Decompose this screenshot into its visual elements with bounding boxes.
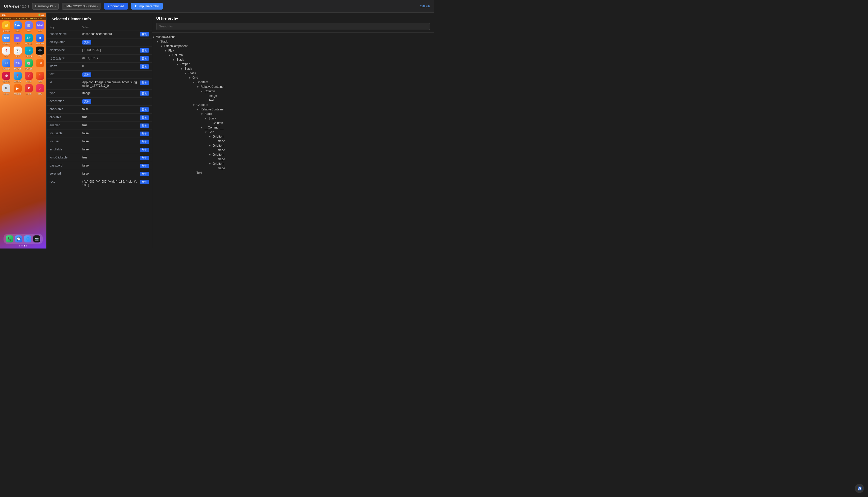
github-link[interactable]: GitHub	[420, 4, 430, 8]
hierarchy-search[interactable]	[156, 23, 430, 30]
copy-button[interactable]: 复制	[82, 40, 91, 44]
copy-button[interactable]: 复制	[140, 108, 149, 112]
tree-node[interactable]: ▼RelativeContainer	[152, 107, 434, 112]
tree-node[interactable]: ▼GridItem	[152, 80, 434, 85]
connected-button[interactable]: Connected	[104, 3, 128, 10]
tree-node[interactable]: ▼GridItem	[152, 134, 434, 139]
app-icon-smalltools[interactable]: 计算 小艺建议	[24, 46, 34, 58]
copy-button[interactable]: 复制	[140, 48, 149, 53]
app-icon-huawei[interactable]: 华 我的华为	[1, 72, 11, 83]
copy-button[interactable]: 复制	[140, 156, 149, 160]
app-icon-hvideo[interactable]: ▶ 华为视频	[13, 84, 23, 95]
tree-node[interactable]: ▼Stack	[152, 67, 434, 71]
tree-node[interactable]: ▼Column	[152, 53, 434, 57]
app-icon-music[interactable]: ♪ 音乐	[35, 84, 45, 95]
app-icon-calendar[interactable]: 4 日历	[1, 46, 11, 58]
copy-button[interactable]: 复制	[140, 164, 149, 168]
copy-button[interactable]: 复制	[140, 81, 149, 85]
hierarchy-tree: ▼WindowScene▼Stack▼EffectComponent▼Flex▼…	[152, 33, 434, 177]
info-value-text: true	[82, 124, 138, 127]
tree-node[interactable]: Image	[152, 94, 434, 98]
tree-node[interactable]: ▼GridItem	[152, 153, 434, 157]
tree-node[interactable]: ▼Stack	[152, 116, 434, 121]
tree-node-label: RelativeContainer	[200, 108, 224, 111]
tree-expand-arrow: ▼	[209, 144, 212, 147]
tree-node[interactable]: ▼Column	[152, 89, 434, 94]
dock-phone[interactable]: 📞	[6, 236, 13, 242]
tree-node[interactable]: ▼GridItem	[152, 143, 434, 148]
tree-node-label: Stack	[160, 40, 168, 43]
app-icon-reflex[interactable]: 反馈 反馈助手	[1, 34, 11, 45]
app-icon-beta[interactable]: Beta Beta	[13, 22, 23, 32]
app-icon-label2[interactable]: ⊞ label	[13, 34, 23, 45]
tree-node-label: GridItem	[212, 162, 224, 166]
tree-node[interactable]: ▼Grid	[152, 75, 434, 80]
tree-node[interactable]: ▼Stack	[152, 57, 434, 62]
copy-button[interactable]: 复制	[140, 180, 149, 184]
tree-node[interactable]: ▼Stack	[152, 71, 434, 75]
copy-button[interactable]: 复制	[82, 99, 91, 104]
copy-button[interactable]: 复制	[140, 115, 149, 120]
copy-button[interactable]: 复制	[140, 65, 149, 69]
app-icon-flower[interactable]: 🌸 花瓣轻游	[24, 59, 34, 70]
info-value-cell: (0.67, 0.27)复制	[79, 55, 152, 62]
tree-node[interactable]: ▼Swiper	[152, 62, 434, 67]
app-icon-files[interactable]: 📁 文件管理	[1, 22, 11, 32]
tree-node[interactable]: ▼RelativeContainer	[152, 85, 434, 89]
tree-node[interactable]: ▼EffectComponent	[152, 44, 434, 48]
app-icon-recorder[interactable]: 🎙 录音机	[1, 84, 11, 95]
dock-browser[interactable]: 🌐	[24, 236, 31, 242]
tree-node[interactable]: Image	[152, 166, 434, 171]
tree-node[interactable]: ▼Grid	[152, 130, 434, 134]
app-icon-clock[interactable]: 🕐 时钟	[13, 46, 23, 58]
tree-node[interactable]: ▼Stack	[152, 39, 434, 44]
copy-button[interactable]: 复制	[140, 140, 149, 144]
tree-node-label: Image	[216, 139, 225, 143]
tree-node[interactable]: Image	[152, 157, 434, 161]
copy-button[interactable]: 复制	[82, 72, 91, 77]
tree-node-label: Grid	[208, 130, 214, 134]
app-icon-blossom[interactable]: ✗ 小红书	[24, 72, 34, 83]
copy-button[interactable]: 复制	[140, 148, 149, 152]
tree-node[interactable]: Image	[152, 139, 434, 143]
os-dropdown[interactable]: HarmonyOS ▾	[32, 3, 59, 10]
tree-node[interactable]: ▼Stack	[152, 112, 434, 116]
app-icon-maps[interactable]: 📍 地图	[35, 72, 45, 83]
tree-node[interactable]: Text	[152, 98, 434, 103]
app-icon-suggest[interactable]: 小艺 小艺建议	[24, 34, 34, 45]
tree-expand-arrow: ▼	[209, 135, 212, 138]
app-icon-camera[interactable]: ⦿ 工具	[35, 46, 45, 58]
app-icon-betaclub[interactable]: B BetaClub	[35, 34, 45, 45]
tree-node[interactable]: ▼Flex	[152, 48, 434, 53]
info-value-text: { "x": 686, "y": 587, "width": 189, "hei…	[82, 180, 138, 187]
info-value-cell: true复制	[79, 154, 152, 162]
app-icon-mail[interactable]: ✉ 电子邮件	[1, 59, 11, 70]
app-icon-label[interactable]: label label	[35, 22, 45, 32]
app-icon-finddevice[interactable]: 📍 查找设备	[13, 72, 23, 83]
device-dropdown[interactable]: FMR0223C13000649 ▾	[62, 3, 101, 10]
tree-node[interactable]: Text	[152, 171, 434, 175]
tree-node-label: Image	[216, 148, 225, 152]
copy-button[interactable]: 复制	[140, 124, 149, 128]
app-icon-tools-big[interactable]: 工具	[35, 59, 45, 70]
dock-message[interactable]: 💬	[15, 236, 22, 242]
dump-hierarchy-button[interactable]: Dump Hierarchy	[131, 3, 163, 10]
copy-button[interactable]: 复制	[140, 172, 149, 176]
tree-node[interactable]: Column	[152, 121, 434, 125]
app-icon-apps[interactable]: ⊞ label	[24, 22, 34, 32]
copy-button[interactable]: 复制	[140, 56, 149, 61]
tree-node-label: GridItem	[196, 81, 208, 84]
tree-node[interactable]: ▼__Common__	[152, 125, 434, 130]
tree-expand-arrow: ▼	[209, 153, 212, 156]
tree-node[interactable]: ▼GridItem	[152, 161, 434, 166]
info-key: checkable	[46, 105, 79, 114]
tree-node[interactable]: ▼WindowScene	[152, 35, 434, 39]
app-icon-rednote[interactable]: ✗ 小红书	[24, 84, 34, 95]
tree-node[interactable]: ▼GridItem	[152, 103, 434, 107]
copy-button[interactable]: 复制	[140, 32, 149, 37]
app-icon-dataclone[interactable]: 克隆 数据克隆	[13, 59, 23, 70]
copy-button[interactable]: 复制	[140, 131, 149, 136]
copy-button[interactable]: 复制	[140, 91, 149, 96]
dock-camera[interactable]: 📷	[33, 236, 40, 242]
tree-node[interactable]: Image	[152, 148, 434, 153]
